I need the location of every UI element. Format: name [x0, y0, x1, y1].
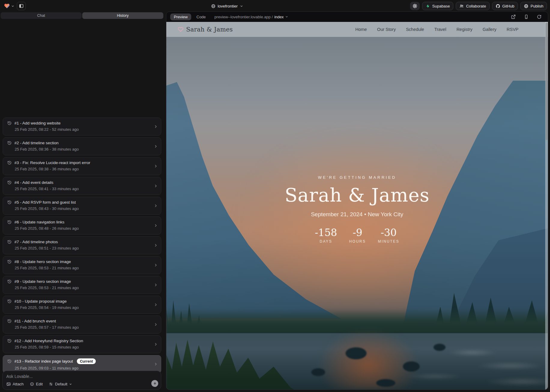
chevron-right-icon	[154, 164, 158, 168]
tab-history-label: History	[117, 13, 129, 18]
edit-label: Edit	[36, 382, 43, 386]
tab-chat-label: Chat	[37, 13, 45, 18]
send-button[interactable]	[151, 380, 158, 387]
left-sidebar: Chat History #1 - Add wedding website 25…	[0, 12, 164, 392]
history-item-title: #13 - Refactor index page layout	[14, 359, 73, 364]
history-item[interactable]: #1 - Add wedding website 25 Feb 2025, 08…	[3, 118, 161, 136]
countdown-value: -158	[315, 228, 337, 238]
history-item[interactable]: #12 - Add Honeyfund Registry Section 25 …	[3, 335, 161, 353]
website-preview: Sarah & James HomeOur StoryScheduleTrave…	[166, 22, 548, 390]
chevron-down-icon	[11, 4, 14, 8]
history-item[interactable]: #4 - Add event details 25 Feb 2025, 08:4…	[3, 177, 161, 195]
sliders-icon	[49, 382, 53, 386]
attach-button[interactable]: Attach	[6, 382, 24, 386]
history-item[interactable]: #6 - Update navigation links 25 Feb 2025…	[3, 217, 161, 235]
edit-button[interactable]: Edit	[30, 382, 43, 386]
chevron-right-icon	[154, 322, 158, 327]
settings-button[interactable]	[410, 2, 420, 10]
chevron-right-icon	[154, 243, 158, 247]
history-item[interactable]: #9 - Update hero section image 25 Feb 20…	[3, 276, 161, 294]
history-item-title: #6 - Update navigation links	[14, 220, 65, 224]
preview-pane: Preview Code preview--lovefrontier.lovab…	[166, 11, 548, 390]
tab-history[interactable]: History	[82, 12, 163, 19]
nav-link-schedule[interactable]: Schedule	[406, 27, 424, 32]
site-header: Sarah & James HomeOur StoryScheduleTrave…	[166, 22, 548, 37]
project-switcher[interactable]: lovefrontier	[211, 0, 243, 12]
open-external-button[interactable]	[511, 14, 516, 19]
hero-section: WE'RE GETTING MARRIED Sarah & James Sept…	[166, 37, 548, 390]
chevron-right-icon	[154, 223, 158, 228]
history-item[interactable]: #11 - Add brunch event 25 Feb 2025, 08:5…	[3, 316, 161, 334]
ask-lovable-input[interactable]	[6, 374, 157, 379]
heart-icon	[178, 27, 183, 32]
tab-preview[interactable]: Preview	[170, 13, 191, 20]
smartphone-icon	[524, 14, 529, 19]
history-item-title: #12 - Add Honeyfund Registry Section	[14, 339, 83, 343]
history-item-meta: 25 Feb 2025, 08:41 - 33 minutes ago	[15, 187, 157, 191]
history-item-meta: 25 Feb 2025, 08:38 - 36 minutes ago	[15, 167, 157, 171]
nav-link-travel[interactable]: Travel	[434, 27, 446, 32]
nav-link-home[interactable]: Home	[355, 27, 367, 32]
history-item-meta: 25 Feb 2025, 08:53 - 21 minutes ago	[15, 286, 157, 290]
history-item-meta: 25 Feb 2025, 08:51 - 23 minutes ago	[15, 246, 157, 250]
nav-link-registry[interactable]: Registry	[456, 27, 472, 32]
history-item[interactable]: #13 - Refactor index page layout Current…	[3, 355, 161, 373]
preview-url-page: index	[274, 15, 284, 19]
mode-select[interactable]: Default	[49, 382, 72, 386]
preview-url-base: preview--lovefrontier.lovable.app /	[214, 15, 273, 19]
countdown-value: -9	[353, 228, 362, 238]
chat-composer: Attach Edit Default	[2, 371, 161, 390]
mobile-view-button[interactable]	[524, 14, 529, 19]
chevron-right-icon	[154, 204, 158, 208]
chevron-right-icon	[154, 184, 158, 188]
publish-button[interactable]: Publish	[520, 2, 547, 10]
current-badge: Current	[77, 358, 96, 364]
tab-preview-label: Preview	[174, 15, 188, 19]
lovable-logo-menu[interactable]	[3, 2, 15, 10]
nav-link-rsvp[interactable]: RSVP	[507, 27, 519, 32]
history-clock-icon	[7, 299, 12, 304]
history-item[interactable]: #10 - Update proposal image 25 Feb 2025,…	[3, 296, 161, 314]
history-item-meta: 25 Feb 2025, 08:43 - 30 minutes ago	[15, 206, 157, 211]
history-item-meta: 25 Feb 2025, 08:53 - 21 minutes ago	[15, 266, 157, 270]
gear-icon	[412, 4, 417, 8]
site-brand-name: Sarah & James	[186, 26, 233, 33]
preview-url[interactable]: preview--lovefrontier.lovable.app / inde…	[214, 15, 288, 19]
countdown-value: -30	[381, 228, 397, 238]
site-brand[interactable]: Sarah & James	[178, 26, 233, 33]
publish-label: Publish	[530, 4, 543, 8]
countdown-item: -158DAYS	[315, 228, 337, 244]
countdown-label: MINUTES	[378, 239, 400, 244]
preview-scrollbar-thumb[interactable]	[545, 22, 548, 140]
collaborate-button[interactable]: Collaborate	[456, 2, 490, 10]
history-item[interactable]: #7 - Add timeline photos 25 Feb 2025, 08…	[3, 236, 161, 254]
github-button[interactable]: GitHub	[492, 2, 518, 10]
history-item-meta: 25 Feb 2025, 09:03 - 11 minutes ago	[15, 366, 157, 370]
sidebar-toggle-button[interactable]	[17, 2, 26, 10]
history-clock-icon	[7, 180, 12, 185]
project-name: lovefrontier	[218, 4, 238, 8]
tab-code[interactable]: Code	[195, 13, 207, 20]
sidebar-tabbar: Chat History	[1, 12, 163, 19]
github-label: GitHub	[502, 4, 514, 8]
nav-link-gallery[interactable]: Gallery	[483, 27, 497, 32]
supabase-button[interactable]: Supabase	[422, 2, 454, 10]
refresh-button[interactable]	[537, 14, 542, 19]
history-item[interactable]: #2 - Add timeline section 25 Feb 2025, 0…	[3, 137, 161, 155]
history-item-meta: 25 Feb 2025, 08:57 - 17 minutes ago	[15, 325, 157, 330]
history-item-meta: 25 Feb 2025, 08:59 - 15 minutes ago	[15, 345, 157, 349]
attach-label: Attach	[13, 382, 24, 386]
nav-link-our-story[interactable]: Our Story	[377, 27, 396, 32]
history-clock-icon	[7, 160, 12, 165]
site-nav: HomeOur StoryScheduleTravelRegistryGalle…	[355, 27, 536, 32]
external-link-icon	[511, 14, 516, 19]
history-list: #1 - Add wedding website 25 Feb 2025, 08…	[3, 118, 161, 375]
top-bar: lovefrontier Supabase	[0, 0, 550, 12]
history-item[interactable]: #8 - Update hero section image 25 Feb 20…	[3, 256, 161, 274]
tab-chat[interactable]: Chat	[1, 12, 82, 19]
preview-scrollbar[interactable]	[545, 22, 548, 390]
chevron-right-icon	[154, 362, 158, 366]
history-item[interactable]: #3 - Fix: Resolve Lucide-react import er…	[3, 157, 161, 175]
chevron-right-icon	[154, 283, 158, 287]
history-item[interactable]: #5 - Add RSVP form and guest list 25 Feb…	[3, 197, 161, 215]
